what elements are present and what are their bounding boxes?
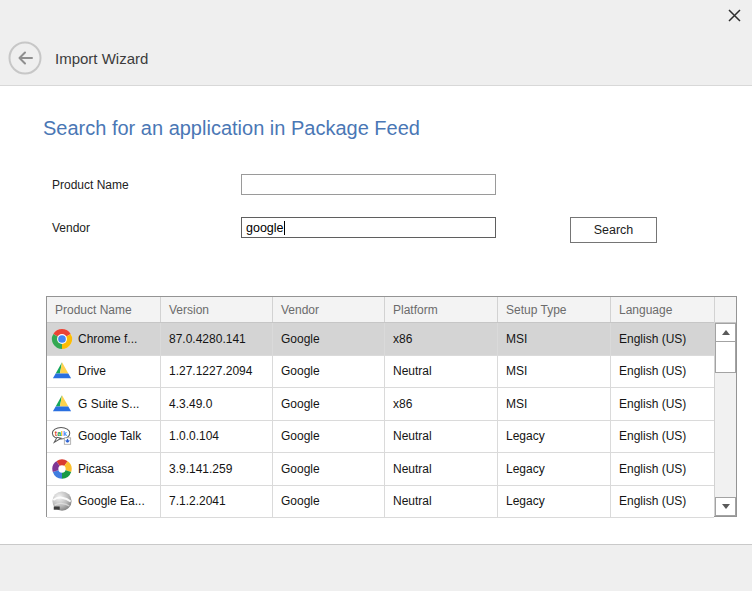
platform-cell: x86 xyxy=(385,388,498,420)
vertical-scrollbar xyxy=(714,297,736,516)
results-table: Product Name Version Vendor Platform Set… xyxy=(46,296,737,517)
vendor-cell: Google xyxy=(273,323,385,355)
product-name-cell: G Suite S... xyxy=(78,397,139,411)
version-cell: 1.0.0.104 xyxy=(161,421,273,453)
scrollbar-thumb[interactable] xyxy=(715,342,736,373)
table-row[interactable]: Google Ea... 7.1.2.2041 Google Neutral L… xyxy=(47,486,714,519)
search-button[interactable]: Search xyxy=(570,217,657,243)
setup-type-cell: Legacy xyxy=(498,453,611,485)
platform-cell: Neutral xyxy=(385,486,498,518)
table-row[interactable]: G Suite S... 4.3.49.0 Google x86 MSI Eng… xyxy=(47,388,714,421)
scrollbar-track[interactable] xyxy=(715,373,736,497)
product-name-cell: Picasa xyxy=(78,462,114,476)
text-caret xyxy=(284,221,285,235)
language-cell: English (US) xyxy=(611,421,714,453)
google-drive-icon xyxy=(51,360,73,382)
column-header-setup-type[interactable]: Setup Type xyxy=(498,297,611,322)
setup-type-cell: MSI xyxy=(498,323,611,355)
product-name-label: Product Name xyxy=(52,178,129,192)
language-cell: English (US) xyxy=(611,388,714,420)
platform-cell: Neutral xyxy=(385,453,498,485)
scroll-down-button[interactable] xyxy=(715,497,736,516)
setup-type-cell: Legacy xyxy=(498,421,611,453)
product-name-cell: Google Ea... xyxy=(78,494,145,508)
language-cell: English (US) xyxy=(611,356,714,388)
setup-type-cell: Legacy xyxy=(498,486,611,518)
table-row[interactable]: talk Google Talk 1.0.0.104 Google Neutra… xyxy=(47,421,714,454)
platform-cell: Neutral xyxy=(385,421,498,453)
scroll-up-button[interactable] xyxy=(715,323,736,342)
table-row[interactable]: Chrome f... 87.0.4280.141 Google x86 MSI… xyxy=(47,323,714,356)
column-header-vendor[interactable]: Vendor xyxy=(273,297,385,322)
language-cell: English (US) xyxy=(611,453,714,485)
language-cell: English (US) xyxy=(611,486,714,518)
wizard-title: Import Wizard xyxy=(55,50,148,67)
table-row[interactable]: Drive 1.27.1227.2094 Google Neutral MSI … xyxy=(47,356,714,389)
vendor-cell: Google xyxy=(273,453,385,485)
column-header-product-name[interactable]: Product Name xyxy=(47,297,161,322)
version-cell: 3.9.141.259 xyxy=(161,453,273,485)
language-cell: English (US) xyxy=(611,323,714,355)
page-heading: Search for an application in Package Fee… xyxy=(43,117,420,140)
vendor-cell: Google xyxy=(273,388,385,420)
product-name-cell: Chrome f... xyxy=(78,332,137,346)
version-cell: 1.27.1227.2094 xyxy=(161,356,273,388)
table-row[interactable]: Picasa 3.9.141.259 Google Neutral Legacy… xyxy=(47,453,714,486)
platform-cell: Neutral xyxy=(385,356,498,388)
back-arrow-icon xyxy=(20,53,33,64)
scrollbar-header-stub xyxy=(715,297,736,323)
triangle-down-icon xyxy=(722,504,730,509)
chrome-icon xyxy=(51,328,73,350)
vendor-cell: Google xyxy=(273,486,385,518)
product-name-cell: Drive xyxy=(78,364,106,378)
google-drive-icon xyxy=(51,393,73,415)
version-cell: 7.1.2.2041 xyxy=(161,486,273,518)
results-table-body: Product Name Version Vendor Platform Set… xyxy=(47,297,714,516)
column-header-version[interactable]: Version xyxy=(161,297,273,322)
wizard-header: Import Wizard xyxy=(0,0,752,86)
vendor-cell: Google xyxy=(273,421,385,453)
footer-bar: Next > Cancel Help xyxy=(0,544,752,591)
product-name-cell: Google Talk xyxy=(78,429,141,443)
back-button[interactable] xyxy=(8,41,42,75)
vendor-input[interactable] xyxy=(241,217,496,238)
column-header-language[interactable]: Language xyxy=(611,297,714,322)
google-talk-icon: talk xyxy=(51,425,73,447)
vendor-label: Vendor xyxy=(52,221,90,235)
version-cell: 4.3.49.0 xyxy=(161,388,273,420)
table-header-row: Product Name Version Vendor Platform Set… xyxy=(47,297,714,323)
close-icon[interactable] xyxy=(724,5,744,25)
google-earth-icon xyxy=(51,490,73,512)
vendor-cell: Google xyxy=(273,356,385,388)
setup-type-cell: MSI xyxy=(498,356,611,388)
product-name-input[interactable] xyxy=(241,174,496,195)
picasa-icon xyxy=(51,458,73,480)
triangle-up-icon xyxy=(722,330,730,335)
column-header-platform[interactable]: Platform xyxy=(385,297,498,322)
svg-text:talk: talk xyxy=(55,430,67,437)
platform-cell: x86 xyxy=(385,323,498,355)
setup-type-cell: MSI xyxy=(498,388,611,420)
version-cell: 87.0.4280.141 xyxy=(161,323,273,355)
